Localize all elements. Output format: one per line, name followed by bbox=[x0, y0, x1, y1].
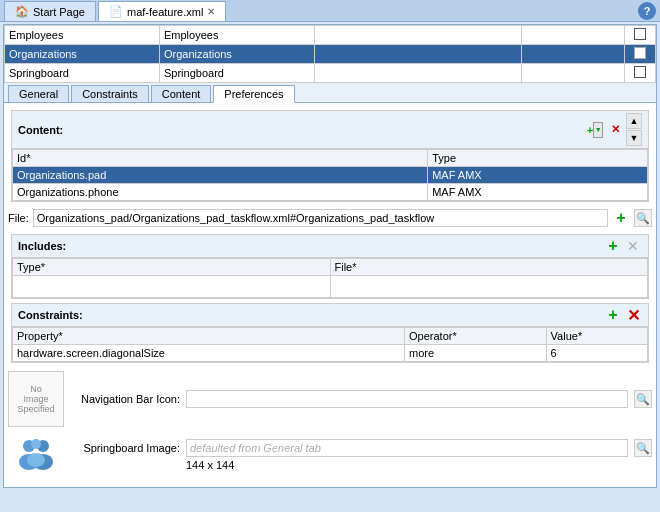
feature-display-cell: Organizations bbox=[160, 45, 315, 64]
constraints-header: Constraints: + ✕ bbox=[12, 304, 648, 327]
content-section-title: Content: bbox=[18, 124, 586, 136]
content-type-cell: MAF AMX bbox=[428, 167, 648, 184]
top-tab-bar: 🏠 Start Page 📄 maf-feature.xml ✕ ? bbox=[0, 0, 660, 22]
scroll-down-button[interactable]: ▼ bbox=[626, 130, 642, 146]
preferences-section: NoImageSpecified Navigation Bar Icon: 🔍 bbox=[4, 367, 656, 487]
constraints-col-operator: Operator* bbox=[405, 328, 547, 345]
feature-display-cell: Employees bbox=[160, 26, 315, 45]
scroll-up-button[interactable]: ▲ bbox=[626, 113, 642, 129]
feature-col3 bbox=[315, 26, 522, 45]
file-add-button[interactable]: + bbox=[612, 209, 630, 227]
svg-point-4 bbox=[31, 439, 41, 449]
tab-preferences-label: Preferences bbox=[224, 88, 283, 100]
constraint-value-cell: 6 bbox=[546, 345, 647, 362]
content-remove-button[interactable]: ✕ bbox=[606, 121, 624, 139]
constraints-actions: + ✕ bbox=[604, 306, 642, 324]
springboard-input-row: Springboard Image: 🔍 bbox=[70, 439, 652, 457]
table-row[interactable]: Organizations Organizations bbox=[5, 45, 656, 64]
feature-name-cell: Springboard bbox=[5, 64, 160, 83]
nav-bar-icon-row: NoImageSpecified Navigation Bar Icon: 🔍 bbox=[8, 371, 652, 427]
dropdown-arrow-icon[interactable]: ▼ bbox=[593, 122, 603, 138]
content-id-cell: Organizations.phone bbox=[13, 184, 428, 201]
table-row[interactable]: Organizations.pad MAF AMX bbox=[13, 167, 648, 184]
tab-maf-feature-label: maf-feature.xml bbox=[127, 6, 203, 18]
nav-bar-icon-label: Navigation Bar Icon: bbox=[70, 393, 180, 405]
feature-col4 bbox=[521, 45, 624, 64]
feature-display-cell: Springboard bbox=[160, 64, 315, 83]
tab-maf-feature[interactable]: 📄 maf-feature.xml ✕ bbox=[98, 1, 226, 21]
table-row[interactable]: hardware.screen.diagonalSize more 6 bbox=[13, 345, 648, 362]
feature-table: Employees Employees Organizations Organi… bbox=[4, 25, 656, 83]
tab-general-label: General bbox=[19, 88, 58, 100]
checkbox[interactable] bbox=[634, 66, 646, 78]
tab-content[interactable]: Content bbox=[151, 85, 212, 102]
content-add-button[interactable]: + ▼ bbox=[586, 121, 604, 139]
springboard-image-preview bbox=[14, 436, 58, 474]
springboard-image-input[interactable] bbox=[186, 439, 628, 457]
constraints-add-button[interactable]: + bbox=[604, 306, 622, 324]
table-row: Employees Employees bbox=[5, 26, 656, 45]
feature-check-cell[interactable] bbox=[624, 45, 655, 64]
feature-check-cell[interactable] bbox=[624, 64, 655, 83]
close-tab-icon[interactable]: ✕ bbox=[207, 6, 215, 17]
nav-bar-icon-input[interactable] bbox=[186, 390, 628, 408]
constraints-col-property: Property* bbox=[13, 328, 405, 345]
springboard-right: Springboard Image: 🔍 144 x 144 bbox=[70, 439, 652, 471]
constraints-wrapper: Constraints: + ✕ Property* Operator* Val… bbox=[4, 303, 656, 363]
content-section-header: Content: + ▼ ✕ ▲ ▼ bbox=[12, 111, 648, 149]
feature-name-cell: Organizations bbox=[5, 45, 160, 64]
content-table: Id* Type Organizations.pad MAF AMX Organ… bbox=[12, 149, 648, 201]
content-type-cell: MAF AMX bbox=[428, 184, 648, 201]
includes-type-cell bbox=[13, 276, 331, 298]
springboard-size-text: 144 x 144 bbox=[186, 459, 234, 471]
no-image-placeholder: NoImageSpecified bbox=[8, 371, 64, 427]
tab-general[interactable]: General bbox=[8, 85, 69, 102]
constraint-operator-cell: more bbox=[405, 345, 547, 362]
file-input[interactable] bbox=[33, 209, 608, 227]
feature-name-cell: Employees bbox=[5, 26, 160, 45]
constraints-remove-button[interactable]: ✕ bbox=[624, 306, 642, 324]
springboard-image-label: Springboard Image: bbox=[70, 442, 180, 454]
includes-actions: + ✕ bbox=[604, 237, 642, 255]
constraints-section: Constraints: + ✕ Property* Operator* Val… bbox=[11, 303, 649, 363]
content-id-cell: Organizations.pad bbox=[13, 167, 428, 184]
table-row[interactable]: Organizations.phone MAF AMX bbox=[13, 184, 648, 201]
includes-remove-button[interactable]: ✕ bbox=[624, 237, 642, 255]
help-button[interactable]: ? bbox=[638, 2, 656, 20]
feature-check-cell[interactable] bbox=[624, 26, 655, 45]
tab-start-page-label: Start Page bbox=[33, 6, 85, 18]
springboard-image-browse[interactable]: 🔍 bbox=[634, 439, 652, 457]
svg-point-5 bbox=[27, 453, 45, 467]
checkbox[interactable] bbox=[634, 47, 646, 59]
home-icon: 🏠 bbox=[15, 5, 29, 18]
includes-add-button[interactable]: + bbox=[604, 237, 622, 255]
checkbox[interactable] bbox=[634, 28, 646, 40]
no-image-text: NoImageSpecified bbox=[17, 384, 54, 414]
xml-icon: 📄 bbox=[109, 5, 123, 18]
includes-col-file: File* bbox=[330, 259, 648, 276]
inner-tab-bar: General Constraints Content Preferences bbox=[4, 83, 656, 103]
includes-table: Type* File* bbox=[12, 258, 648, 298]
springboard-image-size: 144 x 144 bbox=[70, 459, 652, 471]
table-row: Springboard Springboard bbox=[5, 64, 656, 83]
content-actions: + ▼ ✕ bbox=[586, 121, 624, 139]
tab-content-label: Content bbox=[162, 88, 201, 100]
tab-start-page[interactable]: 🏠 Start Page bbox=[4, 1, 96, 21]
content-col-type: Type bbox=[428, 150, 648, 167]
constraints-title: Constraints: bbox=[18, 309, 604, 321]
tab-constraints[interactable]: Constraints bbox=[71, 85, 149, 102]
nav-bar-icon-browse[interactable]: 🔍 bbox=[634, 390, 652, 408]
constraint-property-cell: hardware.screen.diagonalSize bbox=[13, 345, 405, 362]
tab-preferences[interactable]: Preferences bbox=[213, 85, 294, 103]
content-section: Content: + ▼ ✕ ▲ ▼ bbox=[11, 110, 649, 202]
file-browse-button[interactable]: 🔍 bbox=[634, 209, 652, 227]
table-row bbox=[13, 276, 648, 298]
feature-col3 bbox=[315, 64, 522, 83]
file-label: File: bbox=[8, 212, 29, 224]
includes-header: Includes: + ✕ bbox=[12, 235, 648, 258]
includes-section: Includes: + ✕ Type* File* bbox=[11, 234, 649, 299]
includes-file-cell bbox=[330, 276, 648, 298]
file-row: File: + 🔍 bbox=[4, 206, 656, 230]
feature-col4 bbox=[521, 26, 624, 45]
tab-constraints-label: Constraints bbox=[82, 88, 138, 100]
